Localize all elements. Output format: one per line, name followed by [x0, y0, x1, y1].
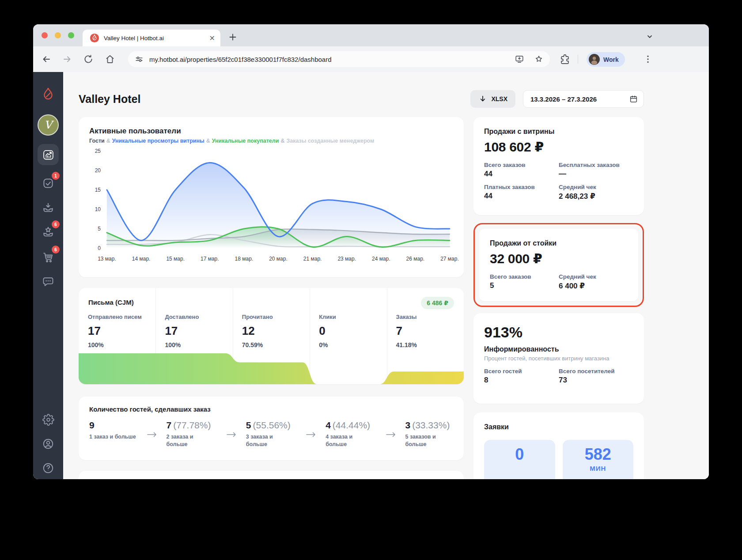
calendar-icon — [629, 95, 638, 104]
legend-unique-buyers[interactable]: Уникальные покупатели — [212, 138, 279, 144]
chart-legend: Гости&Уникальные просмотры витрины&Уника… — [89, 138, 453, 144]
avatar — [589, 54, 600, 65]
y-axis-label: 20 — [95, 167, 101, 174]
cjm-emails-card: Письма (CJM) 6 486 ₽ Отправлено писем 17… — [79, 288, 464, 384]
tasks-badge: 1 — [52, 172, 60, 180]
home-button[interactable] — [105, 54, 115, 64]
highlight-box: Продажи от стойки 32 000 ₽ Всего заказов… — [473, 223, 644, 307]
x-axis-label: 20 мар. — [269, 256, 288, 262]
guest-orders-funnel-card: Количество гостей, сделавших заказ 9 1 з… — [79, 397, 464, 460]
legend-guests[interactable]: Гости — [89, 138, 105, 144]
y-axis-label: 5 — [98, 226, 101, 232]
stat-free-orders: Бесплатных заказов— — [559, 162, 633, 178]
new-tab-button[interactable] — [227, 32, 238, 42]
x-axis-label: 13 мар. — [98, 256, 116, 262]
person-circle-icon — [42, 438, 54, 450]
x-axis-label: 15 мар. — [166, 256, 185, 262]
stat-average-check: Средний чек6 400 ₽ — [559, 273, 628, 291]
cjm-funnel-ribbon — [79, 353, 464, 384]
xlsx-export-button[interactable]: XLSX — [470, 90, 515, 108]
sidebar-item-orders[interactable]: 6 — [38, 246, 59, 268]
next-card-partial — [79, 471, 464, 479]
active-users-card: Активные пользователи Гости&Уникальные п… — [79, 117, 464, 277]
bookmark-star-icon[interactable] — [534, 54, 544, 64]
toolbar-separator — [578, 55, 578, 64]
sidebar-item-settings[interactable] — [38, 409, 59, 430]
browser-toolbar: my.hotbot.ai/properties/65f2c01f38e33000… — [33, 46, 709, 72]
forward-button[interactable] — [62, 54, 72, 64]
cjm-revenue-badge: 6 486 ₽ — [421, 297, 454, 309]
loyalty-badge: 6 — [52, 220, 60, 228]
back-button[interactable] — [41, 54, 52, 64]
url-text[interactable]: my.hotbot.ai/properties/65f2c01f38e33000… — [149, 56, 505, 63]
x-axis-label: 14 мар. — [132, 256, 151, 262]
x-axis-label: 17 мар. — [201, 256, 219, 262]
date-range-text: 13.3.2026 – 27.3.2026 — [530, 95, 597, 103]
tab-close-icon[interactable]: ✕ — [209, 34, 215, 42]
download-arrow-icon — [478, 95, 487, 103]
chart-title: Активные пользователи — [89, 127, 453, 136]
install-app-icon[interactable] — [515, 54, 524, 64]
arrow-right-icon — [147, 431, 157, 438]
y-axis-label: 10 — [95, 206, 101, 212]
cjm-step-clicks: Клики 0 0% — [310, 314, 386, 348]
cjm-step-delivered: Доставлено 17 100% — [155, 314, 232, 348]
requests-tile-minutes: 582 МИН — [563, 440, 634, 479]
reload-button[interactable] — [83, 54, 94, 64]
profile-chip[interactable]: Work — [587, 52, 625, 67]
cart-icon — [42, 251, 54, 263]
sidebar-item-tasks[interactable]: 1 — [38, 173, 59, 194]
arrow-right-icon — [386, 431, 396, 438]
cjm-step-read: Прочитано 12 70.59% — [233, 314, 310, 348]
sidebar-item-dashboard[interactable] — [38, 144, 59, 165]
awareness-title: Информированность — [484, 345, 633, 353]
x-axis-label: 27 мар. — [440, 256, 459, 262]
stat-total-guests: Всего гостей8 — [484, 368, 559, 385]
stat-average-check: Средний чек2 468,23 ₽ — [559, 184, 633, 201]
y-axis-label: 15 — [95, 187, 101, 193]
sidebar-item-help[interactable] — [38, 458, 59, 479]
inbox-star-icon — [42, 226, 54, 238]
sidebar-item-inbox[interactable] — [38, 197, 59, 218]
guest-funnel-title: Количество гостей, сделавших заказ — [89, 405, 453, 413]
y-axis-label: 0 — [98, 245, 101, 251]
window-close-button[interactable] — [42, 32, 48, 38]
stat-total-visitors: Всего посетителей73 — [559, 368, 633, 385]
hotel-avatar[interactable]: V — [38, 114, 59, 136]
window-zoom-button[interactable] — [68, 32, 74, 38]
date-range-picker[interactable]: 13.3.2026 – 27.3.2026 — [523, 90, 644, 108]
stat-total-orders: Всего заказов5 — [490, 273, 559, 291]
guest-funnel-step: 4(44.44%) 4 заказа и больше — [326, 420, 376, 448]
x-axis-label: 21 мар. — [303, 256, 322, 262]
active-users-chart: 051015202513 мар.14 мар.15 мар.17 мар.18… — [89, 146, 453, 264]
inbox-download-icon — [42, 201, 54, 214]
legend-manager-orders[interactable]: Заказы созданные менеджером — [286, 138, 374, 144]
sidebar-item-chat[interactable] — [38, 271, 59, 292]
browser-menu-icon[interactable] — [643, 54, 653, 64]
extensions-icon[interactable] — [560, 54, 570, 64]
desk-sales-amount: 32 000 ₽ — [490, 251, 628, 266]
site-settings-icon[interactable] — [134, 54, 144, 64]
browser-tab[interactable]: Valley Hotel | Hotbot.ai ✕ — [83, 30, 220, 46]
window-minimize-button[interactable] — [55, 32, 61, 38]
legend-unique-views[interactable]: Уникальные просмотры витрины — [112, 138, 204, 144]
x-axis-label: 18 мар. — [235, 256, 254, 262]
url-bar[interactable]: my.hotbot.ai/properties/65f2c01f38e33000… — [128, 51, 550, 67]
tab-search-chevron-icon[interactable] — [644, 31, 655, 42]
app-sidebar: V 1 6 6 — [33, 72, 63, 479]
guest-funnel-step: 9 1 заказ и больше — [89, 420, 137, 448]
sidebar-item-loyalty[interactable]: 6 — [38, 221, 59, 242]
sidebar-item-profile[interactable] — [38, 433, 59, 454]
guest-funnel-step: 5(55.56%) 3 заказа и больше — [246, 420, 296, 448]
tab-strip: Valley Hotel | Hotbot.ai ✕ — [33, 24, 709, 46]
guest-funnel-step: 3(33.33%) 5 заказов и больше — [405, 420, 454, 448]
page-title: Valley Hotel — [79, 93, 140, 106]
help-icon — [42, 462, 54, 474]
stat-paid-orders: Платных заказов44 — [484, 184, 559, 201]
hotbot-logo-flame-icon[interactable] — [38, 83, 59, 105]
arrow-right-icon — [227, 431, 236, 438]
tab-title: Valley Hotel | Hotbot.ai — [104, 35, 209, 42]
desk-sales-title: Продажи от стойки — [490, 239, 628, 247]
dashboard-page: Valley Hotel XLSX 13.3.2026 – 27.3.2026 — [63, 72, 709, 479]
analytics-chart-icon — [42, 149, 54, 161]
